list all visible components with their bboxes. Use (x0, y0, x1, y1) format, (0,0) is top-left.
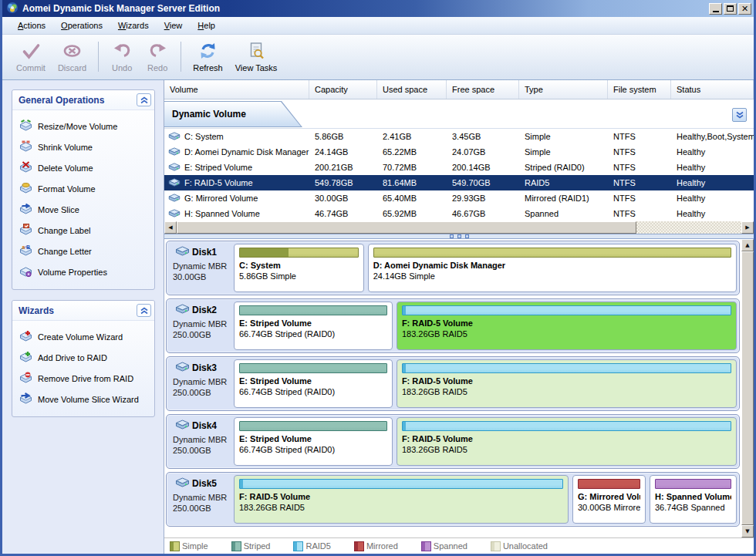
slice-title: E: Striped Volume (239, 376, 387, 386)
menu-wizards[interactable]: Wizards (110, 19, 157, 32)
sidebar-item-change-letter[interactable]: aBChange Letter (12, 241, 154, 261)
slice-subtitle: 183.26GB RAID5 (402, 387, 731, 396)
volume-row[interactable]: C: System5.86GB2.41GB3.45GBSimpleNTFSHea… (164, 129, 754, 144)
menu-operations[interactable]: Operations (53, 19, 110, 32)
horizontal-scrollbar[interactable]: ◀ ▶ (164, 221, 754, 234)
disk-meta: Dynamic MBR250.00GB (173, 492, 234, 514)
volume-slice[interactable]: F: RAID-5 Volume183.26GB RAID5 (397, 302, 737, 350)
toolbar: CommitDiscardUndoRedoRefreshView Tasks (2, 35, 754, 80)
column-header-used-space[interactable]: Used space (377, 80, 447, 99)
column-header-volume[interactable]: Volume (164, 80, 309, 99)
column-header-type[interactable]: Type (519, 80, 608, 99)
close-button[interactable]: ✕ (738, 3, 751, 15)
column-header-free-space[interactable]: Free space (447, 80, 519, 99)
disk-capacity: 250.00GB (173, 387, 234, 398)
minimize-icon (713, 11, 719, 12)
unallocated-color-swatch (491, 541, 501, 551)
minimize-button[interactable] (709, 3, 722, 15)
general-operations-title: General Operations (12, 95, 137, 106)
menu-help[interactable]: Help (190, 19, 223, 32)
volume-slice[interactable]: C: System5.86GB Simple (234, 244, 364, 292)
volume-table-rows: C: System5.86GB2.41GB3.45GBSimpleNTFSHea… (164, 129, 754, 221)
capacity-bar (402, 421, 731, 431)
collapse-general-button[interactable] (137, 93, 151, 106)
slice-title: E: Striped Volume (239, 318, 387, 328)
column-header-capacity[interactable]: Capacity (309, 80, 377, 99)
sidebar-item-label: Change Label (38, 226, 91, 235)
drive-icon (168, 147, 181, 157)
view-tasks-button[interactable]: View Tasks (229, 37, 284, 79)
menu-view[interactable]: View (157, 19, 191, 32)
arrow-down-icon: ▼ (745, 528, 749, 534)
sidebar-item-shrink-volume[interactable]: Shrink Volume (12, 136, 154, 157)
delete-volume-icon (19, 161, 32, 175)
volume-row[interactable]: G: Mirrored Volume30.00GB65.40MB29.93GBM… (164, 190, 754, 206)
menu-actions[interactable]: Actions (10, 19, 53, 32)
slice-subtitle: 24.14GB Simple (373, 271, 731, 281)
used-cell: 65.40MB (377, 194, 447, 203)
sidebar-item-move-slice[interactable]: Move Slice (12, 199, 154, 220)
volume-slice[interactable]: E: Striped Volume66.74GB Striped (RAID0) (234, 302, 393, 350)
column-header-file-system[interactable]: File system (608, 80, 671, 99)
sidebar-item-create-volume-wizard[interactable]: Create Volume Wizard (12, 326, 154, 347)
title-bar: Aomei Dynamic Disk Manager Server Editio… (2, 0, 754, 17)
volume-slice[interactable]: E: Striped Volume66.74GB Striped (RAID0) (234, 417, 393, 466)
disk-type: Dynamic MBR (173, 318, 234, 329)
sidebar-item-delete-volume[interactable]: Delete Volume (12, 157, 154, 178)
horizontal-scroll-thumb[interactable] (177, 221, 636, 234)
redo-button[interactable]: Redo (140, 37, 175, 79)
drive-icon (168, 178, 181, 188)
legend-label: Striped (244, 541, 271, 551)
move-volume-slice-wizard-icon (19, 393, 32, 406)
disk-panel-disk1: Disk1Dynamic MBR30.00GBC: System5.86GB S… (166, 241, 740, 295)
discard-button[interactable]: Discard (52, 37, 93, 79)
volume-row[interactable]: E: Striped Volume200.21GB70.72MB200.14GB… (164, 160, 754, 175)
view-tasks-icon (235, 41, 278, 62)
disk-name-text: Disk2 (192, 305, 217, 315)
scroll-down-button[interactable]: ▼ (741, 525, 754, 537)
volume-slice[interactable]: F: RAID-5 Volume183.26GB RAID5 (397, 359, 737, 408)
slice-title: C: System (239, 261, 359, 270)
undo-button[interactable]: Undo (104, 37, 140, 79)
sidebar-item-change-label[interactable]: Change Label (12, 220, 154, 241)
vertical-scroll-thumb[interactable] (741, 251, 754, 525)
disk-name-text: Disk3 (192, 362, 217, 373)
maximize-button[interactable] (724, 3, 737, 15)
volume-slice[interactable]: D: Aomei Dynamic Disk Manager24.14GB Sim… (368, 244, 737, 292)
volume-row[interactable]: D: Aomei Dynamic Disk Manager24.14GB65.2… (164, 144, 754, 160)
scroll-up-button[interactable]: ▲ (741, 239, 754, 251)
volume-slice[interactable]: G: Mirrored Volume30.00GB Mirrored (572, 475, 646, 524)
volume-slice[interactable]: E: Striped Volume66.74GB Striped (RAID0) (234, 359, 393, 408)
general-operations-panel: General Operations Resize/Move VolumeShr… (12, 89, 155, 290)
collapse-wizards-button[interactable] (137, 304, 151, 317)
legend-label: Simple (182, 541, 208, 551)
volume-row[interactable]: H: Spanned Volume46.74GB65.92MB46.67GBSp… (164, 206, 754, 221)
scroll-left-button[interactable]: ◀ (164, 221, 177, 234)
discard-icon (58, 41, 86, 62)
volume-slice[interactable]: F: RAID-5 Volume183.26GB RAID5 (397, 417, 737, 466)
sidebar-item-resize-move-volume[interactable]: Resize/Move Volume (12, 116, 154, 136)
sidebar-item-format-volume[interactable]: Format Volume (12, 178, 154, 199)
volume-slice[interactable]: H: Spanned Volume36.74GB Spanned (650, 475, 737, 524)
volume-row[interactable]: F: RAID-5 Volume549.78GB81.64MB549.70GBR… (164, 175, 754, 190)
expand-list-button[interactable] (732, 108, 747, 122)
volume-slice[interactable]: F: RAID-5 Volume183.26GB RAID5 (234, 475, 569, 524)
slice-subtitle: 66.74GB Striped (RAID0) (239, 387, 387, 396)
slice-title: F: RAID-5 Volume (402, 376, 731, 386)
scroll-right-button[interactable]: ▶ (741, 221, 754, 234)
sidebar-item-label: Delete Volume (38, 163, 93, 173)
sidebar-item-volume-properties[interactable]: Volume Properties (12, 261, 154, 282)
vertical-scrollbar[interactable]: ▲ ▼ (741, 239, 754, 537)
refresh-button[interactable]: Refresh (187, 37, 229, 79)
volume-cell: E: Striped Volume (164, 163, 309, 173)
sidebar-item-remove-drive-from-raid[interactable]: Remove Drive from RAID (12, 368, 154, 389)
sidebar-item-add-drive-to-raid[interactable]: Add Drive to RAID (12, 347, 154, 368)
commit-button[interactable]: Commit (10, 37, 52, 79)
pane-splitter[interactable] (164, 234, 754, 239)
sidebar-item-move-volume-slice-wizard[interactable]: Move Volume Slice Wizard (12, 389, 154, 409)
tab-dynamic-volume[interactable]: Dynamic Volume (164, 101, 305, 127)
column-header-status[interactable]: Status (671, 80, 754, 99)
splitter-grip-dot (450, 234, 454, 238)
splitter-grip-dot (465, 234, 469, 238)
capacity-cell: 46.74GB (309, 209, 377, 218)
